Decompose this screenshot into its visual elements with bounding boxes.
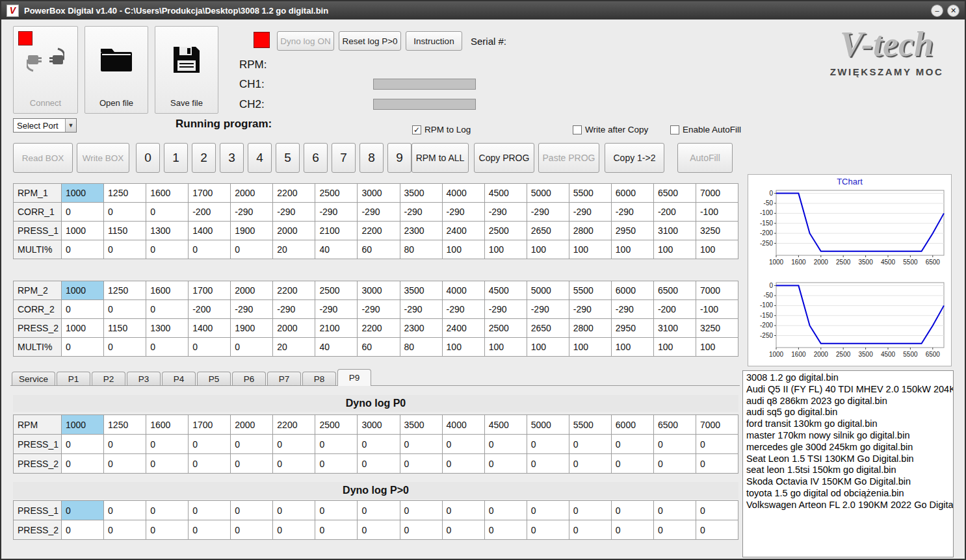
table-cell[interactable]: -290	[527, 203, 569, 222]
table-cell[interactable]: 0	[358, 454, 400, 474]
table-cell[interactable]: -290	[611, 203, 653, 222]
table-cell[interactable]: 3500	[400, 184, 442, 203]
table-cell[interactable]: 0	[400, 435, 442, 454]
table-cell[interactable]: 0	[273, 520, 315, 540]
table-cell[interactable]: 0	[315, 501, 358, 520]
table-cell[interactable]: 1600	[146, 415, 189, 435]
table-cell[interactable]: 1000	[62, 222, 104, 240]
table-cell[interactable]: 2100	[315, 222, 358, 240]
table-cell[interactable]: 1400	[189, 222, 231, 240]
table-cell[interactable]: -290	[231, 300, 273, 319]
table-cell[interactable]: 2000	[231, 415, 273, 435]
table-cell[interactable]: 0	[527, 454, 569, 474]
table-cell[interactable]: 2200	[273, 281, 315, 300]
table-cell[interactable]: 5000	[527, 415, 569, 435]
table-cell[interactable]: 2800	[569, 319, 611, 338]
table-cell[interactable]: 6000	[611, 184, 653, 203]
table-cell[interactable]: 0	[696, 435, 738, 454]
tab-p1[interactable]: P1	[57, 372, 90, 386]
autofill-button[interactable]: AutoFill	[677, 143, 733, 173]
table-cell[interactable]: 0	[104, 240, 146, 259]
table-cell[interactable]: 4000	[442, 184, 484, 203]
table-cell[interactable]: 40	[315, 240, 358, 259]
table-cell[interactable]: 0	[315, 435, 358, 454]
table-cell[interactable]: 2200	[358, 319, 400, 338]
table-cell[interactable]: 100	[611, 338, 653, 357]
table-cell[interactable]: 0	[653, 520, 696, 540]
table-cell[interactable]: 100	[569, 338, 611, 357]
table-cell[interactable]: -200	[653, 203, 696, 222]
table-cell[interactable]: 0	[104, 520, 146, 540]
table-cell[interactable]: 0	[484, 435, 527, 454]
table-cell[interactable]: 0	[442, 454, 484, 474]
file-list-item[interactable]: toyota 1.5 go digital od obciążenia.bin	[743, 488, 953, 500]
table-cell[interactable]: 0	[653, 435, 696, 454]
file-list[interactable]: 3008 1.2 go digital.binAudi Q5 II (FY FL…	[742, 370, 954, 557]
table-cell[interactable]: 1000	[62, 281, 104, 300]
write-after-copy-checkbox[interactable]: Write after Copy	[573, 125, 648, 134]
table-cell[interactable]: 0	[358, 520, 400, 540]
table-cell[interactable]: 2200	[273, 184, 315, 203]
table-cell[interactable]: 3000	[358, 184, 400, 203]
table-cell[interactable]: 0	[442, 520, 484, 540]
table-cell[interactable]: 3500	[400, 415, 442, 435]
select-port-dropdown[interactable]: Select Port ▼	[13, 118, 77, 133]
table-cell[interactable]: 0	[358, 501, 400, 520]
table-cell[interactable]: 0	[231, 454, 273, 474]
table-cell[interactable]: 3000	[358, 281, 400, 300]
table-cell[interactable]: 100	[484, 240, 527, 259]
table-cell[interactable]: 1700	[189, 415, 231, 435]
file-list-item[interactable]: Seat Leon 1.5 TSI 130KM Go Digital.bin	[743, 453, 953, 465]
table-cell[interactable]: 2000	[231, 281, 273, 300]
table-cell[interactable]: 5500	[569, 184, 611, 203]
table-cell[interactable]: 0	[189, 338, 231, 357]
table-cell[interactable]: 0	[146, 501, 189, 520]
file-list-item[interactable]: Audi Q5 II (FY FL) 40 TDI MHEV 2.0 150kW…	[743, 384, 953, 396]
table-cell[interactable]: 1700	[189, 184, 231, 203]
table-cell[interactable]: 0	[611, 454, 653, 474]
digit-button-9[interactable]: 9	[387, 143, 411, 173]
enable-autofill-checkbox[interactable]: Enable AutoFill	[670, 125, 741, 134]
connect-button[interactable]: Connect	[13, 26, 78, 114]
table-cell[interactable]: 0	[400, 454, 442, 474]
chevron-down-icon[interactable]: ▼	[65, 119, 76, 132]
table-cell[interactable]: 60	[358, 338, 400, 357]
table-cell[interactable]: 0	[62, 454, 104, 474]
table-cell[interactable]: 2400	[442, 222, 484, 240]
table-cell[interactable]: -100	[696, 203, 738, 222]
table-cell[interactable]: 0	[146, 203, 189, 222]
table-cell[interactable]: 0	[231, 338, 273, 357]
table-cell[interactable]: -200	[189, 300, 231, 319]
write-box-button[interactable]: Write BOX	[77, 143, 129, 173]
table-cell[interactable]: 4000	[442, 415, 484, 435]
table-cell[interactable]: 0	[696, 454, 738, 474]
table-cell[interactable]: 60	[358, 240, 400, 259]
file-list-item[interactable]: master 170km nowy silnik go digital.bin	[743, 430, 953, 442]
table-cell[interactable]: 0	[146, 300, 189, 319]
paste-prog-button[interactable]: Paste PROG	[538, 143, 599, 173]
checkbox-box[interactable]: ✓	[412, 125, 421, 134]
table-cell[interactable]: 1900	[231, 222, 273, 240]
file-list-item[interactable]: seat leon 1.5tsi 150km go digital.bin	[743, 465, 953, 476]
table-cell[interactable]: -290	[611, 300, 653, 319]
table-cell[interactable]: 4500	[484, 281, 527, 300]
digit-button-6[interactable]: 6	[304, 143, 328, 173]
table-cell[interactable]: 0	[400, 501, 442, 520]
table-cell[interactable]: 0	[653, 501, 696, 520]
table-cell[interactable]: 0	[611, 501, 653, 520]
table-cell[interactable]: 0	[62, 300, 104, 319]
table-cell[interactable]: 2650	[527, 319, 569, 338]
table-cell[interactable]: 0	[104, 300, 146, 319]
table-cell[interactable]: 7000	[696, 281, 738, 300]
table-cell[interactable]: 2400	[442, 319, 484, 338]
table-cell[interactable]: 2500	[315, 415, 358, 435]
table-cell[interactable]: 2000	[273, 319, 315, 338]
table-cell[interactable]: -290	[484, 300, 527, 319]
table-cell[interactable]: 0	[146, 520, 189, 540]
table-cell[interactable]: 0	[484, 520, 527, 540]
table-cell[interactable]: 5000	[527, 184, 569, 203]
table-cell[interactable]: 2950	[611, 319, 653, 338]
table-cell[interactable]: 0	[104, 501, 146, 520]
table-cell[interactable]: 2300	[400, 222, 442, 240]
tab-p5[interactable]: P5	[197, 372, 231, 386]
